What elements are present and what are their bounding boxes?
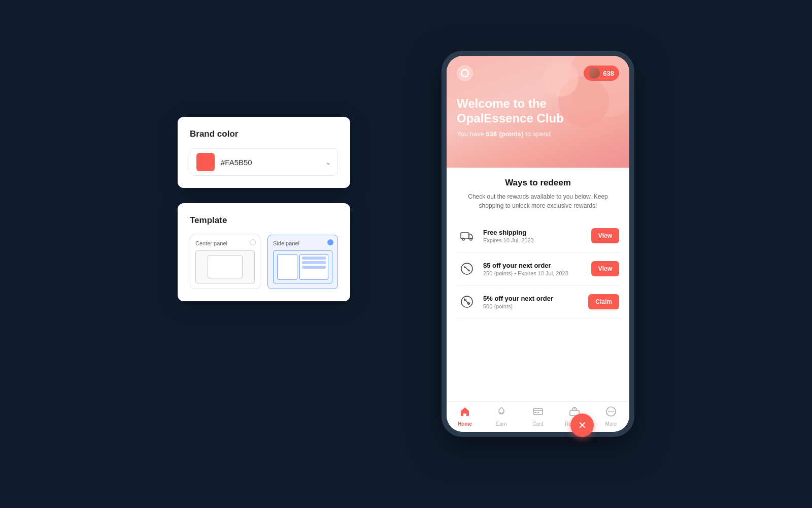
phone-content: Ways to redeem Check out the rewards ava… — [447, 168, 629, 401]
reward-name-5off: $5 off your next order — [483, 262, 585, 269]
reward-info-shipping: Free shipping Expires 10 Jul, 2023 — [483, 229, 585, 243]
center-panel-mockup — [195, 250, 255, 283]
reward-item-5pct: 5% off your next order 500 {points} Clai… — [457, 285, 619, 319]
ways-to-redeem-title: Ways to redeem — [457, 178, 619, 188]
avatar — [589, 68, 600, 79]
more-label: More — [605, 421, 617, 427]
view-button-5off[interactable]: View — [591, 261, 619, 276]
center-panel-label: Center panel — [195, 240, 255, 246]
nav-item-more[interactable]: More — [593, 406, 629, 427]
ways-to-redeem-subtitle: Check out the rewards available to you b… — [457, 192, 619, 210]
svg-point-0 — [461, 70, 468, 77]
brand-color-title: Brand color — [190, 129, 338, 139]
phone-hero: 638 Welcome to the OpalEssence Club You … — [447, 56, 629, 168]
reward-name-5pct: 5% off your next order — [483, 295, 582, 302]
side-panel-mockup — [273, 250, 332, 283]
percent-icon — [457, 292, 477, 312]
svg-rect-13 — [534, 412, 536, 413]
brand-color-card: Brand color #FA5B50 ⌄ — [178, 117, 350, 188]
reward-name-shipping: Free shipping — [483, 229, 585, 236]
color-hex-value: #FA5B50 — [221, 158, 319, 167]
template-options: Center panel Side panel — [190, 235, 338, 289]
template-card: Template Center panel Side panel — [178, 203, 350, 301]
mockup-side-left — [277, 254, 297, 279]
reward-item-5off: $5 off your next order 250 {points} • Ex… — [457, 252, 619, 285]
phone-mockup: 638 Welcome to the OpalEssence Club You … — [442, 51, 634, 437]
subtitle-prefix: You have — [457, 130, 486, 138]
svg-point-17 — [608, 411, 610, 412]
color-selector[interactable]: #FA5B50 ⌄ — [190, 148, 338, 176]
bottom-navigation: Home Earn — [447, 401, 629, 432]
mockup-center-bg — [195, 250, 255, 283]
color-swatch — [196, 153, 215, 171]
earn-label: Earn — [496, 421, 506, 427]
nav-item-home[interactable]: Home — [447, 406, 483, 427]
claim-button-5pct[interactable]: Claim — [588, 294, 619, 309]
nav-item-card[interactable]: Card — [520, 406, 556, 427]
points-count: 638 — [603, 70, 614, 77]
hero-subtitle: You have 638 {points} to spend — [457, 130, 619, 138]
hero-title: Welcome to the OpalEssence Club — [457, 97, 619, 126]
shipping-icon — [457, 226, 477, 246]
template-option-center[interactable]: Center panel — [190, 235, 260, 289]
reward-info-5pct: 5% off your next order 500 {points} — [483, 295, 582, 309]
template-option-side[interactable]: Side panel — [267, 235, 338, 289]
subtitle-points: 638 {points} — [486, 130, 523, 138]
points-badge: 638 — [584, 66, 619, 81]
chevron-down-icon: ⌄ — [325, 158, 331, 166]
reward-meta-5off: 250 {points} • Expires 10 Jul, 2023 — [483, 270, 585, 276]
home-icon — [459, 406, 470, 420]
mockup-bar-2 — [302, 261, 326, 264]
template-title: Template — [190, 215, 338, 226]
home-label: Home — [458, 421, 472, 427]
mockup-bar-1 — [302, 257, 326, 260]
svg-point-6 — [464, 267, 466, 268]
svg-point-2 — [462, 238, 464, 240]
card-label: Card — [532, 421, 544, 427]
mockup-bar-3 — [302, 266, 326, 269]
reward-info-5off: $5 off your next order 250 {points} • Ex… — [483, 262, 585, 276]
subtitle-suffix: to spend — [524, 130, 551, 138]
radio-unselected-icon — [250, 239, 256, 245]
svg-point-7 — [468, 270, 470, 271]
svg-point-18 — [611, 411, 612, 412]
main-scene: Brand color #FA5B50 ⌄ Template Center pa… — [178, 51, 634, 457]
close-icon: ✕ — [578, 419, 587, 431]
svg-rect-14 — [537, 412, 539, 413]
view-button-shipping[interactable]: View — [591, 228, 619, 243]
earn-icon — [496, 406, 507, 420]
svg-point-19 — [613, 411, 614, 412]
reward-meta-5pct: 500 {points} — [483, 303, 582, 309]
nav-item-earn[interactable]: Earn — [483, 406, 520, 427]
close-fab-button[interactable]: ✕ — [570, 414, 594, 437]
side-panel-label: Side panel — [273, 240, 332, 246]
more-icon — [605, 406, 617, 420]
svg-rect-1 — [461, 233, 469, 239]
svg-rect-11 — [533, 408, 543, 415]
mockup-side-right — [299, 254, 329, 279]
avatar-image — [589, 68, 600, 79]
reward-item-free-shipping: Free shipping Expires 10 Jul, 2023 View — [457, 219, 619, 252]
hero-top-bar: 638 — [457, 65, 619, 81]
svg-point-3 — [470, 238, 472, 240]
mockup-center-inner — [208, 256, 243, 278]
reward-meta-shipping: Expires 10 Jul, 2023 — [483, 237, 585, 243]
discount-icon — [457, 259, 477, 279]
mockup-side-bg — [273, 250, 332, 283]
phone-screen: 638 Welcome to the OpalEssence Club You … — [447, 56, 629, 432]
app-logo — [457, 65, 473, 81]
card-icon — [532, 406, 544, 420]
radio-selected-icon — [327, 239, 333, 245]
